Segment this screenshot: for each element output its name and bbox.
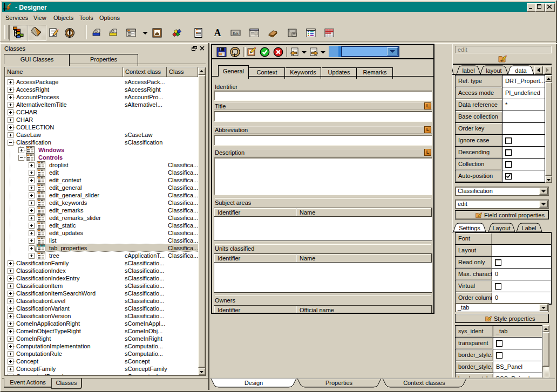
svg-text:Properties: Properties: [325, 380, 353, 386]
svg-text:layout: layout: [486, 67, 501, 74]
svg-text:Design: Design: [244, 380, 263, 386]
svg-text:label: label: [462, 67, 474, 74]
svg-text:A: A: [214, 27, 221, 38]
svg-text:data: data: [515, 67, 527, 74]
svg-text:Edit: Edit: [233, 32, 239, 35]
svg-text:Context classes: Context classes: [403, 380, 445, 386]
svg-text:Settings: Settings: [459, 225, 480, 231]
svg-text:Layout: Layout: [492, 225, 510, 231]
svg-text:Label: Label: [522, 225, 536, 231]
